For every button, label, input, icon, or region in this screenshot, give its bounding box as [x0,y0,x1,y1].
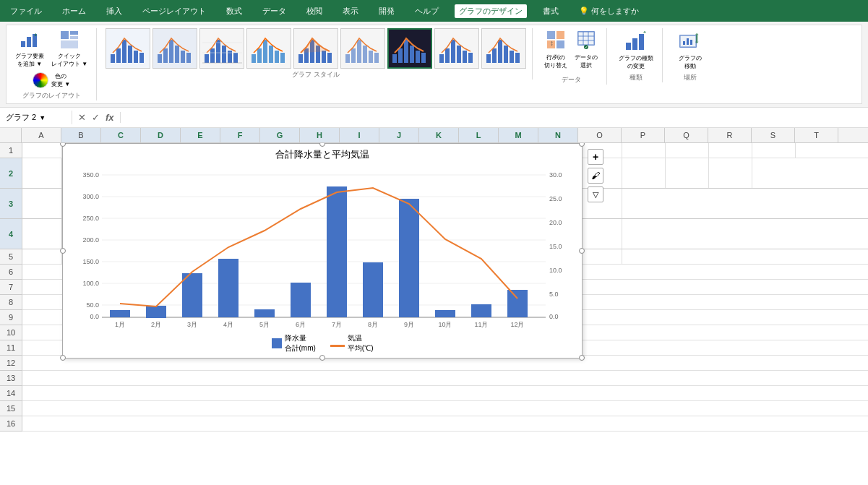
cell-4A[interactable] [22,219,62,249]
cell-5A[interactable] [22,249,62,264]
cell-2T[interactable] [752,158,796,188]
chart-style-btn[interactable]: 🖌 [588,168,603,184]
col-header-N[interactable]: N [538,128,578,142]
svg-text:0.0: 0.0 [549,313,559,320]
style-item-7-selected[interactable] [387,28,432,69]
col-header-D[interactable]: D [141,128,181,142]
svg-text:0.0: 0.0 [90,313,99,320]
svg-rect-55 [451,40,455,63]
move-chart-btn[interactable]: グラフの 移動 [676,28,705,72]
move-chart-icon [679,30,702,54]
col-header-T[interactable]: T [795,128,838,142]
cell-1P[interactable] [622,143,666,158]
formula-input[interactable] [121,112,868,124]
handle-bl[interactable] [60,355,66,361]
menu-chart-design[interactable]: グラフのデザイン [455,4,527,18]
cell-5O[interactable] [579,249,622,264]
grid-row-13 [22,371,868,386]
cell-1Q[interactable] [666,143,709,158]
cell-2R[interactable] [709,158,752,188]
quick-layout-btn[interactable]: クイック レイアウト ▼ [48,28,90,69]
menu-file[interactable]: ファイル [6,4,46,18]
handle-bm[interactable] [319,355,325,361]
style-item-9[interactable] [481,28,526,69]
handle-tm[interactable] [319,143,325,147]
col-header-E[interactable]: E [181,128,220,142]
col-header-O[interactable]: O [578,128,622,142]
chart-container[interactable]: 合計降水量と平均気温 350.0 300.0 250.0 200.0 150.0… [62,143,583,359]
style-item-8[interactable] [434,28,479,69]
select-data-btn[interactable]: ✓ データの 選択 [572,28,601,71]
svg-rect-58 [468,53,473,63]
cell-1A[interactable] [22,143,62,158]
col-header-S[interactable]: S [752,128,795,142]
menu-review[interactable]: 校閲 [302,4,327,18]
row-num-5: 5 [0,249,22,265]
chart-add-btn[interactable]: + [588,149,603,165]
add-chart-element-btn[interactable]: + グラフ要素 を追加 ▼ [12,28,47,69]
menu-data[interactable]: データ [258,4,291,18]
cell-3A[interactable] [22,189,62,218]
col-header-F[interactable]: F [220,128,260,142]
svg-rect-7 [61,40,78,48]
style-item-1[interactable] [106,28,150,69]
style-item-4[interactable] [246,28,291,69]
cell-2Q[interactable] [666,158,709,188]
cell-ref-dropdown[interactable]: ▼ [39,114,46,121]
menu-home[interactable]: ホーム [58,4,90,18]
svg-text:250.0: 250.0 [82,215,99,222]
svg-rect-84 [687,38,689,45]
chart-filter-btn[interactable]: ▽ [588,186,603,202]
col-header-G[interactable]: G [260,128,300,142]
menu-dev[interactable]: 開発 [374,4,399,18]
cell-4P[interactable] [622,219,666,249]
cell-reference[interactable]: グラフ 2 ▼ [0,111,72,124]
col-header-B[interactable]: B [61,128,101,142]
menu-help[interactable]: ヘルプ [411,4,443,18]
style-item-6[interactable] [340,28,385,69]
col-header-I[interactable]: I [340,128,379,142]
col-header-J[interactable]: J [379,128,419,142]
style-item-3[interactable] [199,28,244,69]
row-num-3: 3 [0,189,22,219]
location-group-label: 場所 [684,73,697,82]
cell-5P[interactable] [622,249,666,264]
cell-1R[interactable] [709,143,752,158]
col-header-P[interactable]: P [622,128,665,142]
confirm-formula-btn[interactable]: ✓ [90,112,101,123]
function-btn[interactable]: fx [104,112,116,123]
cancel-formula-btn[interactable]: ✕ [77,112,87,123]
menu-view[interactable]: 表示 [338,4,363,18]
menu-page-layout[interactable]: ページレイアウト [138,4,210,18]
style-item-2[interactable] [152,28,197,69]
col-header-L[interactable]: L [459,128,499,142]
col-header-C[interactable]: C [101,128,141,142]
col-header-H[interactable]: H [300,128,340,142]
cell-2A[interactable] [22,158,62,188]
cell-1S[interactable] [752,143,796,158]
menu-insert[interactable]: 挿入 [102,4,126,18]
bar-dec [507,290,528,317]
col-header-A[interactable]: A [22,128,61,142]
switch-row-col-btn[interactable]: ↕ 行/列の 切り替え [541,28,570,71]
color-icon [33,72,48,88]
change-chart-type-btn[interactable]: グラフの種類 の変更 [616,28,656,72]
menu-formula[interactable]: 数式 [222,4,246,18]
cell-3P[interactable] [622,189,666,218]
handle-br[interactable] [579,355,585,361]
col-header-K[interactable]: K [419,128,459,142]
handle-ml[interactable] [60,248,66,254]
svg-rect-64 [515,53,520,63]
menu-format[interactable]: 書式 [538,4,563,18]
handle-mr[interactable] [579,248,585,254]
col-header-M[interactable]: M [499,128,538,142]
col-header-R[interactable]: R [708,128,752,142]
cell-2P[interactable] [622,158,666,188]
cell-4O[interactable] [579,219,622,249]
handle-tl[interactable] [60,143,66,147]
menu-search[interactable]: 💡 何をしますか [575,4,643,18]
color-change-btn[interactable]: 色の 変更 ▼ [30,71,73,90]
style-item-5[interactable] [293,28,338,69]
cell-1T[interactable] [796,143,839,158]
col-header-Q[interactable]: Q [665,128,708,142]
